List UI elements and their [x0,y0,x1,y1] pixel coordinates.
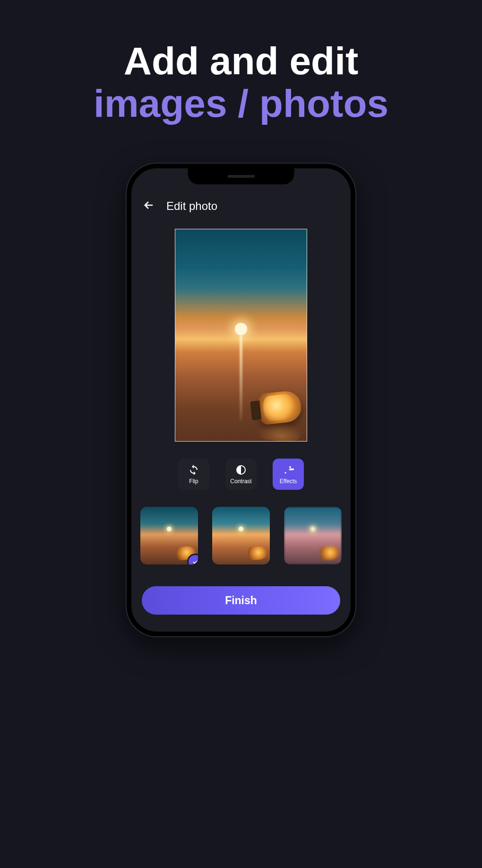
arrow-left-icon [142,199,155,214]
effects-thumbnails [131,507,351,564]
effects-tool[interactable]: Effects [273,459,304,490]
tool-row: Flip Contrast Effects [131,459,351,490]
photo-canvas [175,229,307,441]
finish-label: Finish [225,594,257,607]
effect-thumb-3[interactable] [284,507,342,564]
back-button[interactable] [142,199,156,213]
app-bar: Edit photo [131,193,351,219]
page-title: Edit photo [166,200,217,213]
promo-line2: images / photos [0,83,482,124]
promo-headline: Add and edit images / photos [0,41,482,124]
contrast-icon [235,464,247,476]
effects-label: Effects [280,478,297,485]
contrast-label: Contrast [230,478,251,485]
effect-thumb-2[interactable] [212,507,270,564]
flip-icon [188,464,200,476]
phone-notch [188,168,294,184]
promo-line1: Add and edit [0,41,482,81]
phone-screen: Edit photo Flip Contras [131,168,351,632]
effects-icon [282,464,294,476]
contrast-tool[interactable]: Contrast [225,459,257,490]
photo-preview[interactable] [175,229,307,442]
flip-tool[interactable]: Flip [178,459,209,490]
flip-label: Flip [189,478,198,485]
effect-thumb-1[interactable] [140,507,198,564]
phone-mockup: Edit photo Flip Contras [127,164,355,636]
finish-button[interactable]: Finish [142,586,340,615]
